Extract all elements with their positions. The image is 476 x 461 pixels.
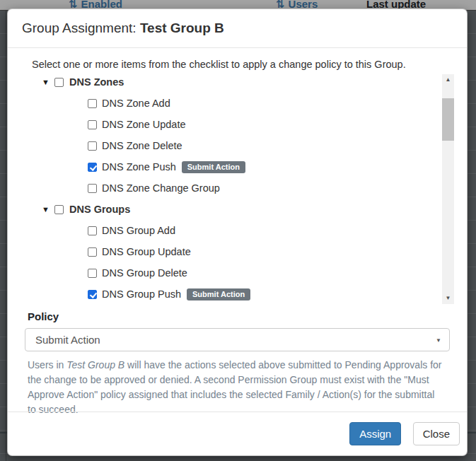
family-label[interactable]: DNS Zones: [69, 77, 124, 87]
item-checkbox[interactable]: [88, 163, 97, 172]
item-checkbox[interactable]: [88, 99, 97, 108]
submit-action-badge: Submit Action: [187, 288, 250, 300]
item-label[interactable]: DNS Zone Delete: [102, 141, 182, 151]
modal-title-group-name: Test Group B: [140, 21, 224, 35]
modal-title-prefix: Group Assignment:: [22, 21, 137, 35]
modal-body: Select one or more items from the checkl…: [8, 48, 467, 417]
modal-header: Group Assignment: Test Group B: [8, 9, 467, 48]
item-checkbox[interactable]: [88, 141, 97, 151]
policy-help-text: Users in Test Group B will have the acti…: [28, 358, 443, 417]
checklist-item-row: DNS Zone PushSubmit Action: [42, 162, 436, 172]
assign-button[interactable]: Assign: [349, 422, 401, 445]
item-label[interactable]: DNS Group Delete: [102, 268, 187, 278]
scroll-down-icon[interactable]: ▼: [442, 293, 454, 304]
screen: ⇅Enabled ⇅Users Last update Group Assign…: [0, 0, 476, 461]
item-checkbox[interactable]: [88, 120, 97, 129]
checklist-item-row: DNS Group Delete: [42, 268, 436, 278]
policy-label: Policy: [28, 310, 457, 322]
collapse-arrow-icon[interactable]: ▼: [42, 204, 52, 214]
policy-select-value: Submit Action: [35, 334, 100, 346]
item-label[interactable]: DNS Zone Add: [102, 98, 170, 108]
family-header-row: ▼DNS Groups: [42, 204, 436, 214]
scrollbar-thumb[interactable]: [442, 98, 454, 141]
checklist-item-row: DNS Zone Change Group: [42, 183, 436, 193]
item-checkbox[interactable]: [88, 184, 97, 193]
help-pre: Users in: [28, 359, 66, 370]
dimmed-table-border: [6, 10, 6, 461]
submit-action-badge: Submit Action: [182, 161, 245, 173]
checklist-item-row: DNS Zone Update: [42, 119, 436, 129]
policy-select[interactable]: Submit Action ▼: [25, 328, 450, 351]
item-checkbox[interactable]: [88, 247, 97, 257]
item-checkbox[interactable]: [88, 226, 97, 235]
help-group-name: Test Group B: [66, 359, 124, 370]
scrollbar[interactable]: ▲ ▼: [442, 74, 454, 304]
checklist-family: ▼DNS ZonesDNS Zone AddDNS Zone UpdateDNS…: [42, 77, 436, 193]
item-label[interactable]: DNS Group Add: [102, 226, 175, 235]
close-button[interactable]: Close: [413, 422, 460, 445]
caret-down-icon: ▼: [436, 337, 441, 344]
item-label[interactable]: DNS Zone Update: [102, 119, 185, 129]
family-checkbox[interactable]: [54, 205, 64, 214]
modal-footer: Assign Close: [8, 412, 467, 455]
modal-title: Group Assignment: Test Group B: [22, 21, 224, 36]
item-checkbox[interactable]: [88, 269, 97, 278]
scroll-up-icon[interactable]: ▲: [442, 74, 454, 86]
item-label[interactable]: DNS Group Push: [102, 289, 181, 299]
checklist-item-row: DNS Group Update: [42, 247, 436, 257]
group-assignment-modal: Group Assignment: Test Group B Select on…: [7, 8, 468, 456]
checklist-item-row: DNS Group Add: [42, 226, 436, 235]
family-label[interactable]: DNS Groups: [69, 204, 130, 214]
checklist-item-row: DNS Zone Delete: [42, 141, 436, 151]
family-header-row: ▼DNS Zones: [42, 77, 436, 87]
checklist-item-row: DNS Zone Add: [42, 98, 436, 108]
checklist-family: ▼DNS GroupsDNS Group AddDNS Group Update…: [42, 204, 436, 299]
intro-text: Select one or more items from the checkl…: [32, 59, 457, 70]
checklist: ▼DNS ZonesDNS Zone AddDNS Zone UpdateDNS…: [25, 73, 457, 304]
item-label[interactable]: DNS Group Update: [102, 247, 191, 257]
item-checkbox[interactable]: [88, 290, 97, 299]
item-label[interactable]: DNS Zone Push: [102, 162, 176, 172]
item-label[interactable]: DNS Zone Change Group: [102, 183, 220, 193]
checklist-item-row: DNS Group PushSubmit Action: [42, 289, 436, 299]
family-checkbox[interactable]: [54, 78, 64, 87]
collapse-arrow-icon[interactable]: ▼: [42, 77, 52, 87]
